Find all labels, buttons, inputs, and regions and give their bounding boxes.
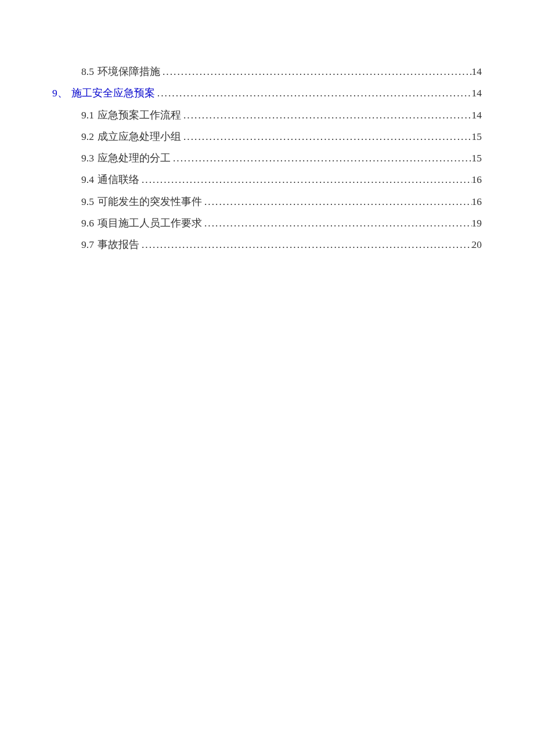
toc-entry-number: 9.5 xyxy=(81,194,94,209)
toc-entry-title: 施工安全应急预案 xyxy=(71,85,155,100)
toc-entry-title: 成立应急处理小组 xyxy=(98,129,181,144)
toc-entry-title: 应急预案工作流程 xyxy=(98,107,181,123)
toc-entry-number: 9.2 xyxy=(81,129,94,144)
toc-entry[interactable]: 9.7事故报告20 xyxy=(52,237,482,252)
toc-entry-page: 15 xyxy=(472,150,482,165)
toc-entry[interactable]: 9.6项目施工人员工作要求19 xyxy=(52,215,482,231)
toc-entry-number: 9.6 xyxy=(81,215,94,231)
toc-entry-title: 通信联络 xyxy=(98,172,139,187)
toc-entry-page: 15 xyxy=(472,129,482,144)
table-of-contents: 8.5环境保障措施149、施工安全应急预案149.1应急预案工作流程149.2成… xyxy=(52,64,482,252)
toc-entry-title: 环境保障措施 xyxy=(98,64,160,79)
toc-leader-dots xyxy=(202,215,472,231)
toc-leader-dots xyxy=(202,194,472,209)
toc-entry-page: 16 xyxy=(472,194,482,209)
toc-entry[interactable]: 9.1应急预案工作流程14 xyxy=(52,107,482,123)
toc-leader-dots xyxy=(181,129,472,144)
toc-entry[interactable]: 9.4通信联络16 xyxy=(52,172,482,187)
toc-leader-dots xyxy=(171,150,472,165)
toc-entry-number: 9.7 xyxy=(81,237,94,252)
toc-leader-dots xyxy=(155,85,472,100)
toc-leader-dots xyxy=(139,237,472,252)
toc-entry-number: 9.3 xyxy=(81,150,94,165)
toc-entry[interactable]: 9、施工安全应急预案14 xyxy=(52,85,482,100)
toc-entry[interactable]: 9.5可能发生的突发性事件16 xyxy=(52,194,482,209)
toc-entry-number: 9、 xyxy=(52,85,68,100)
toc-entry-title: 应急处理的分工 xyxy=(98,150,171,165)
toc-entry-number: 8.5 xyxy=(81,64,94,79)
toc-entry-title: 事故报告 xyxy=(98,237,139,252)
toc-entry-number: 9.1 xyxy=(81,107,94,123)
toc-entry[interactable]: 8.5环境保障措施14 xyxy=(52,64,482,79)
toc-entry[interactable]: 9.3应急处理的分工15 xyxy=(52,150,482,165)
toc-entry-title: 可能发生的突发性事件 xyxy=(98,194,202,209)
toc-leader-dots xyxy=(160,64,472,79)
toc-entry-page: 19 xyxy=(472,215,482,231)
toc-entry-page: 16 xyxy=(472,172,482,187)
toc-entry[interactable]: 9.2成立应急处理小组15 xyxy=(52,129,482,144)
toc-leader-dots xyxy=(181,107,472,123)
toc-entry-page: 14 xyxy=(472,107,482,123)
toc-entry-page: 14 xyxy=(472,64,482,79)
toc-entry-title: 项目施工人员工作要求 xyxy=(98,215,202,231)
toc-entry-page: 20 xyxy=(472,237,482,252)
toc-entry-number: 9.4 xyxy=(81,172,94,187)
toc-leader-dots xyxy=(139,172,472,187)
toc-entry-page: 14 xyxy=(472,85,482,100)
